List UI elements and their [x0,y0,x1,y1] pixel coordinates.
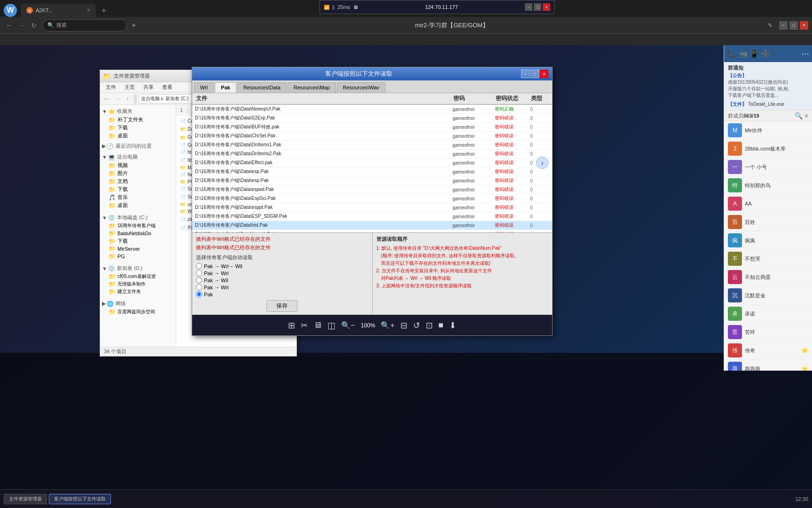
pak-min[interactable]: − [521,70,530,78]
plus-btn[interactable]: + [132,21,136,30]
nav-forward[interactable]: → [112,94,122,103]
pak-max[interactable]: □ [531,70,539,78]
file-row-1[interactable]: D:\16周年传奇客户端\Data\S2Exp.Pak gameofmir 密码… [192,114,552,123]
tab-close-btn[interactable]: × [87,7,90,14]
file-row-11[interactable]: D:\16周年传奇客户端\Data\esppt.Pak gameofmir 密码… [192,203,552,212]
filter-icon[interactable]: ≡ [804,112,808,119]
menu-file[interactable]: 文件 [102,83,120,92]
tab-wrl[interactable]: Wrl [194,82,214,93]
sidebar-item-baiducloud[interactable]: 📁 百度网盘同步空间 [100,308,176,316]
file-row-14[interactable]: D:\16周年传奇客户端\Data\Items1.Pak gameofmir 密… [192,230,552,232]
rd-min[interactable]: − [525,3,532,11]
forward-btn[interactable]: → [16,20,27,31]
nav-up[interactable]: ↑ [123,94,132,103]
file-row-4[interactable]: D:\16周年传奇客户端\Data\DnItems1.Pak gameofmir… [192,141,552,150]
menu-home[interactable]: 主页 [121,83,139,92]
chat-phone-icon[interactable]: 📞 [727,49,736,58]
toolbar-btn-zoom-in[interactable]: 🔍+ [381,321,394,330]
file-row-0[interactable]: D:\16周年传奇客户端\Data\NewopUI.Pak gameofmir … [192,105,552,114]
toolbar-btn-cut[interactable]: ✂ [301,320,308,331]
radio-opt-3[interactable]: Pak → Wil [196,277,368,283]
file-row-2[interactable]: D:\16周年传奇客户端\Data\BUF特效.pak gameofmir 密码… [192,123,552,132]
nav-back[interactable]: ← [102,94,111,103]
contact-item-0[interactable]: M Mir伙伴 [724,121,812,140]
favorites-header[interactable]: ▼ ⭐ 收藏夹 [100,107,176,116]
new-vol-d-header[interactable]: ▼ 💿 新加卷 (D:) [100,264,176,273]
toolbar-btn-monitor[interactable]: 🖥 [313,320,322,330]
table-nav-arrow[interactable]: › [536,157,548,169]
address-bar[interactable]: 🔍 搜索 [42,19,127,32]
radio-opt-2[interactable]: Pak → Wrl [196,270,368,276]
toolbar-btn-minus-box[interactable]: ⊟ [400,320,407,331]
contact-item-3[interactable]: 特 特别那的鸟 [724,176,812,195]
toolbar-btn-split[interactable]: ◫ [328,320,336,331]
main-win-min[interactable]: − [779,21,788,30]
file-row-6[interactable]: D:\16周年传奇客户端\Data\Effect.pak gameofmir 密… [192,159,552,167]
file-row-5[interactable]: D:\16周年传奇客户端\Data\DnItems2.Pak gameofmir… [192,150,552,159]
radio-opt-4[interactable]: Pak → Wrl [196,284,368,290]
contact-item-2[interactable]: 一 一个 小号 [724,158,812,176]
toolbar-btn-fullscreen[interactable]: ⊡ [426,320,433,331]
new-tab-btn[interactable]: + [98,5,110,17]
sidebar-item-desktop2[interactable]: 📁 桌面 [100,201,176,209]
sidebar-item-dl2[interactable]: 📁 下载 [100,185,176,193]
sidebar-item-mirserver[interactable]: 📁 MirServer [100,245,176,253]
tab-res-map[interactable]: Resources\Map [288,82,336,93]
option-2[interactable]: 掀列表中Wrl格式已经存在的文件 [196,244,368,251]
sidebar-item-cfs[interactable]: 📁 cf0S.com基解压室 [100,273,176,280]
file-row-10[interactable]: D:\16周年传奇客户端\Data\EspSci.Pak gameofmir 密… [192,194,552,203]
menu-view[interactable]: 查看 [158,83,176,92]
toolbar-btn-grid[interactable]: ⊞ [288,320,295,331]
contact-item-1[interactable]: 2 28bbk.com板木库 [724,140,812,158]
sidebar-item-desktop[interactable]: 📁 桌面 [100,132,176,140]
sidebar-item-pg[interactable]: 📁 PG [100,253,176,260]
back-btn[interactable]: ← [4,20,15,31]
sidebar-item-docs[interactable]: 📁 文档 [100,177,176,185]
tab-res-wav[interactable]: Resources\Wav [337,82,385,93]
toolbar-btn-rotate[interactable]: ↺ [413,320,420,331]
toolbar-btn-zoom-out[interactable]: 🔍− [341,321,355,330]
file-row-8[interactable]: D:\16周年传奇客户端\Data\esp.Pak gameofmir 密码错误… [192,176,552,185]
toolbar-btn-square[interactable]: ■ [438,320,444,330]
contact-item-5[interactable]: 百 百姓 [724,213,812,231]
radio-opt-1[interactable]: Pak → Wrl→ Wil [196,263,368,269]
network-header[interactable]: ▶ 🌐 网络 [100,299,176,308]
radio-opt-5[interactable]: Pak [196,291,368,297]
contact-item-7[interactable]: 不 不想哭 [724,250,812,268]
contact-item-12[interactable]: 传 传奇 ⭐ [724,341,812,360]
search-members-icon[interactable]: 🔍 [795,112,803,119]
this-pc-header[interactable]: ▼ 💻 这台电脑 [100,152,176,161]
contact-item-11[interactable]: 苦 苦环 [724,323,812,341]
file-row-7[interactable]: D:\16周年传奇客户端\Data\esp.Pak gameofmir 密码错误… [192,167,552,176]
menu-share[interactable]: 共享 [140,83,157,92]
taskbar-explorer[interactable]: 文件资源管理器 [4,494,47,504]
contact-item-13[interactable]: 题 题题题 ⭐ [724,360,812,371]
contact-item-8[interactable]: 云 不知云捣蛋 [724,268,812,286]
file-row-12[interactable]: D:\16周年传奇客户端\Data\ESP_SDGM.Pak gameofmir… [192,212,552,221]
sidebar-item-16th[interactable]: 📁 16周年传奇客户端 [100,222,176,230]
contact-item-4[interactable]: A AA [724,195,812,213]
chat-video-icon[interactable]: 📹 [738,49,748,58]
chat-app-icon[interactable]: 📱 [750,49,759,58]
file-row-3[interactable]: D:\16周年传奇客户端\Data\ChrSel.Pak gameofmir 密… [192,132,552,141]
rd-close[interactable]: × [543,3,550,11]
sidebar-item-videos[interactable]: 📁 视频 [100,161,176,169]
sidebar-item-baidu[interactable]: 📁 BaiduNetdiskDo [100,230,176,237]
sidebar-item-dl3[interactable]: 📁 下载 [100,237,176,245]
contact-item-9[interactable]: 沉 沉默是金 [724,286,812,305]
main-win-close[interactable]: × [800,21,808,30]
local-c-header[interactable]: ▼ 💿 本地磁盘 (C:) [100,213,176,222]
chat-add-icon[interactable]: ➕ [761,49,770,58]
sidebar-item-download[interactable]: 📁 下载 [100,124,176,132]
recent-header[interactable]: ▶ 🕐 最近访问的位置 [100,142,176,151]
pak-close[interactable]: × [540,70,548,78]
tab-res-data[interactable]: Resources\Data [237,82,287,93]
sidebar-item-music[interactable]: 🎵 音乐 [100,193,176,201]
main-win-max[interactable]: □ [789,21,798,30]
sidebar-item-pics[interactable]: 📁 图片 [100,169,176,177]
save-btn[interactable]: 保存 [266,300,297,312]
contact-item-6[interactable]: 疯 疯疯 [724,231,812,250]
contact-item-10[interactable]: 承 承诺 [724,305,812,323]
file-row-9[interactable]: D:\16周年传奇客户端\Data\esped.Pak gameofmir 密码… [192,185,552,194]
option-1[interactable]: 掀列表中Wrl格式已经存在的文件 [196,236,368,243]
